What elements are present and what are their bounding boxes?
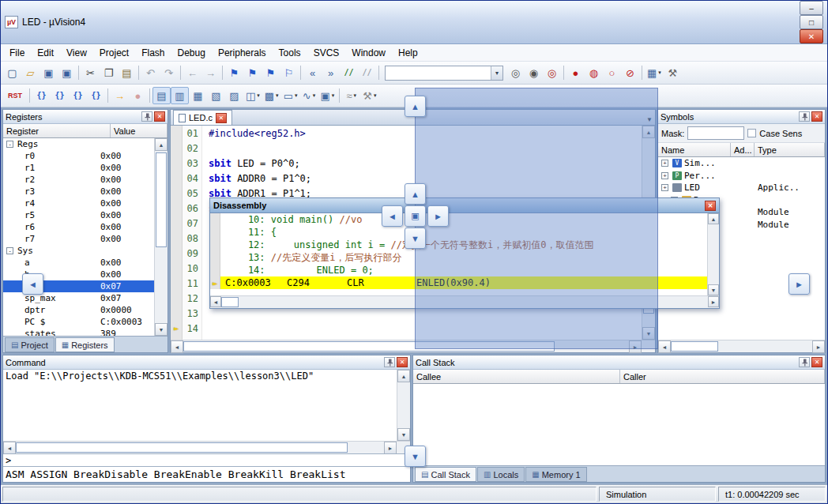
command-window-icon[interactable]: ▤ [152,87,171,104]
step-over-icon[interactable]: {} [51,87,69,104]
toolbox-icon[interactable]: ⚒▾ [360,87,378,104]
menu-svcs[interactable]: SVCS [307,45,346,61]
dock-cross-right-icon[interactable]: ► [427,205,449,227]
uncomment-icon[interactable]: // [358,64,376,81]
debug-tab-locals[interactable]: ▥Locals [477,467,525,482]
step-out-icon[interactable]: {} [69,87,87,104]
scroll-thumb[interactable] [221,297,239,307]
find-icon[interactable]: ◉ [525,64,543,81]
save-icon[interactable]: ▣ [40,64,58,81]
callstack-caption[interactable]: Call Stack ✕ [413,355,825,370]
workspace-tab-registers[interactable]: ▦Registers [55,337,115,352]
callstack-window-icon[interactable]: ▨ [225,87,243,104]
register-row-a[interactable]: a0x00 [3,257,154,269]
menu-edit[interactable]: Edit [31,45,60,61]
close-icon[interactable]: ✕ [154,111,165,122]
tree-expander-icon[interactable]: - [6,247,13,254]
registers-scrollbar[interactable]: ▲ ▼ [154,138,167,336]
scroll-down-icon[interactable]: ▼ [397,428,410,441]
serial-window-icon[interactable]: ▭▾ [281,87,300,104]
cut-icon[interactable]: ✂ [81,64,100,81]
register-row-r5[interactable]: r50x00 [3,209,154,221]
column-value[interactable]: Value [111,124,167,137]
system-viewer-icon[interactable]: ▣▾ [318,87,337,104]
scroll-up-icon[interactable]: ▲ [155,138,167,151]
pin-icon[interactable] [799,111,810,122]
scroll-left-icon[interactable]: ◄ [3,442,16,454]
reset-icon[interactable]: RST [3,87,27,104]
close-icon[interactable]: ✕ [397,357,408,367]
close-icon[interactable]: ✕ [811,357,822,367]
prev-bookmark-icon[interactable]: ⚑ [243,64,262,81]
pin-icon[interactable] [799,357,810,367]
close-icon[interactable]: ✕ [811,111,822,122]
close-tab-icon[interactable]: ✕ [216,113,227,123]
incremental-find-icon[interactable]: ◎ [543,64,561,81]
paste-icon[interactable]: ▤ [118,64,136,81]
menu-debug[interactable]: Debug [171,45,212,61]
menu-tools[interactable]: Tools [273,45,307,61]
command-vscrollbar[interactable]: ▲ ▼ [397,370,410,441]
scroll-right-icon[interactable]: ► [812,340,825,353]
clear-bookmarks-icon[interactable]: ⚐ [280,64,298,81]
stop-icon[interactable]: ● [129,87,147,104]
callstack-body[interactable] [413,384,825,465]
maximize-button[interactable]: □ [800,15,823,29]
scroll-down-icon[interactable]: ▼ [708,284,719,295]
analysis-window-icon[interactable]: ∿▾ [299,87,318,104]
command-log[interactable]: Load "E:\\Projects\\KDB-MCS51\\Examples\… [3,370,397,441]
disassembly-window-icon[interactable]: ▥ [171,87,189,104]
symbol-row-per[interactable]: +PPer... [658,170,825,182]
tree-expander-icon[interactable]: - [6,141,13,148]
symbols-caption[interactable]: Symbols ✕ [658,110,825,124]
menu-flash[interactable]: Flash [135,45,171,61]
command-functions[interactable]: ASM ASSIGN BreakDisable BreakEnable Brea… [3,466,410,482]
close-button[interactable]: ✕ [800,29,823,43]
scroll-left-icon[interactable]: ◄ [210,296,221,307]
column-caller[interactable]: Caller [620,370,825,383]
disable-all-breakpoints-icon[interactable]: ○ [603,64,621,81]
scroll-thumb[interactable] [16,442,348,453]
dock-cross-center-icon[interactable]: ▣ [405,205,426,227]
dock-cross-up-icon[interactable]: ▲ [405,183,426,205]
dock-cross-down-icon[interactable]: ▼ [405,228,426,249]
register-row-r2[interactable]: r20x00 [3,174,154,186]
pin-icon[interactable] [384,357,395,367]
copy-icon[interactable]: ❐ [100,64,118,81]
scroll-right-icon[interactable]: ► [384,442,397,454]
menu-peripherals[interactable]: Peripherals [212,45,273,61]
register-row-states[interactable]: states389 [3,328,154,336]
column-register[interactable]: Register [3,124,111,137]
register-row-r3[interactable]: r30x00 [3,186,154,197]
dock-right-icon[interactable]: ► [788,273,810,295]
dock-top-icon[interactable]: ▲ [405,96,426,117]
register-row-r7[interactable]: r70x00 [3,233,154,245]
register-row-r6[interactable]: r60x00 [3,221,154,233]
debug-tab-memory-1[interactable]: ▦Memory 1 [525,467,586,482]
watch-window-icon[interactable]: ◫▾ [243,87,262,104]
scroll-down-icon[interactable]: ▼ [155,323,167,336]
dock-left-icon[interactable]: ◄ [22,273,43,295]
column-callee[interactable]: Callee [413,370,620,383]
target-options-icon[interactable]: ▦▾ [645,64,664,81]
registers-window-icon[interactable]: ▧ [207,87,225,104]
dock-cross-left-icon[interactable]: ◄ [382,205,403,227]
step-into-icon[interactable]: {} [32,87,51,104]
kill-all-breakpoints-icon[interactable]: ⊘ [621,64,639,81]
new-file-icon[interactable]: ▢ [3,64,21,81]
menu-view[interactable]: View [60,45,93,61]
menu-help[interactable]: Help [392,45,424,61]
memory-window-icon[interactable]: ▩▾ [262,87,281,104]
configure-icon[interactable]: ⚒ [664,64,682,81]
debug-tab-call-stack[interactable]: ▤Call Stack [415,467,476,482]
indent-icon[interactable]: » [322,64,340,81]
tree-expander-icon[interactable]: + [661,184,668,191]
register-row-r4[interactable]: r40x00 [3,197,154,209]
open-folder-icon[interactable]: ▱ [21,64,40,81]
column-type[interactable]: Type [755,143,825,156]
column-address[interactable]: Ad... [731,143,755,156]
find-in-files-icon[interactable]: ◎ [506,64,525,81]
outdent-icon[interactable]: « [303,64,322,81]
disable-breakpoint-icon[interactable]: ◍ [585,64,603,81]
register-row-dptr[interactable]: dptr0x0000 [3,304,154,316]
